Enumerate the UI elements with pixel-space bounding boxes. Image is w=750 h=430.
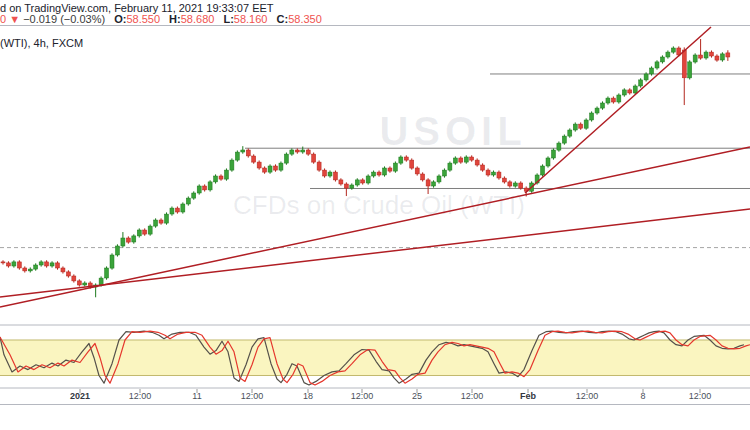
candle-down — [126, 238, 130, 242]
candle-down — [404, 157, 408, 160]
candle-up — [148, 226, 152, 234]
candle-down — [274, 166, 278, 170]
candle-down — [388, 168, 392, 171]
candle-down — [726, 53, 730, 57]
candle-up — [355, 180, 359, 185]
candle-up — [704, 52, 708, 58]
candle-down — [344, 184, 348, 188]
candle-up — [557, 143, 561, 150]
candle-down — [159, 220, 163, 223]
candle-up — [650, 68, 654, 74]
candle-up — [121, 238, 125, 246]
candle-up — [99, 278, 103, 285]
tradingview-snapshot: d on TradingView.com, February 11, 2021 … — [0, 0, 750, 430]
candle-down — [56, 263, 60, 268]
time-axis-label: 12:00 — [678, 391, 722, 401]
chart-canvas[interactable] — [0, 0, 750, 430]
candle-down — [66, 272, 70, 276]
candle-down — [410, 160, 414, 168]
candle-down — [579, 124, 583, 128]
candle-up — [606, 98, 610, 103]
candle-up — [393, 163, 397, 171]
candle-down — [502, 178, 506, 182]
time-axis-label: 25 — [395, 391, 439, 401]
candle-down — [317, 162, 321, 170]
candle-up — [39, 262, 43, 265]
candle-up — [230, 160, 234, 170]
candle-down — [72, 276, 76, 281]
candle-down — [481, 165, 485, 170]
candle-up — [34, 265, 38, 269]
candle-up — [666, 52, 670, 57]
candle-down — [459, 158, 463, 162]
candle-down — [219, 176, 223, 179]
candle-down — [699, 55, 703, 58]
candle-down — [497, 172, 501, 178]
candle-down — [61, 268, 65, 272]
candle-down — [23, 268, 27, 271]
candle-up — [165, 214, 169, 223]
candle-up — [12, 262, 16, 266]
candle-up — [328, 172, 332, 176]
candle-up — [208, 182, 212, 190]
candle-up — [660, 57, 664, 62]
candle-up — [186, 198, 190, 204]
candle-up — [301, 150, 305, 152]
candle-up — [655, 62, 659, 68]
candle-down — [361, 180, 365, 183]
candle-down — [312, 154, 316, 162]
candle-up — [399, 157, 403, 163]
candle-up — [622, 90, 626, 95]
candle-down — [45, 262, 49, 266]
stochastic-band — [0, 340, 750, 376]
candle-down — [508, 182, 512, 186]
candle-down — [263, 168, 267, 172]
candle-up — [110, 255, 114, 268]
time-axis-label: 18 — [286, 391, 330, 401]
candle-down — [143, 230, 147, 234]
candle-up — [590, 113, 594, 120]
candle-up — [720, 54, 724, 60]
candle-up — [224, 170, 228, 179]
candle-down — [257, 162, 261, 168]
candle-up — [28, 269, 32, 271]
candle-down — [715, 56, 719, 60]
candle-up — [115, 246, 119, 255]
candle-up — [154, 220, 158, 226]
candle-down — [77, 281, 81, 285]
candle-down — [252, 156, 256, 162]
candle-up — [197, 186, 201, 193]
candle-down — [377, 172, 381, 175]
candle-up — [453, 158, 457, 163]
candle-down — [323, 170, 327, 176]
shallow-uptrend-trendline[interactable] — [0, 209, 750, 297]
candle-up — [671, 48, 675, 52]
candle-up — [633, 86, 637, 93]
candle-down — [682, 50, 686, 78]
candle-down — [611, 98, 615, 102]
candle-up — [595, 108, 599, 113]
candle-up — [268, 166, 272, 172]
candle-down — [519, 183, 523, 188]
time-axis-label: Feb — [506, 391, 550, 401]
candle-up — [105, 268, 109, 278]
candle-up — [688, 62, 692, 78]
candle-down — [295, 150, 299, 152]
steep-uptrend-trendline[interactable] — [525, 27, 711, 193]
candle-up — [573, 124, 577, 130]
candle-up — [551, 150, 555, 158]
candle-up — [513, 183, 517, 186]
candle-down — [426, 180, 430, 186]
candle-down — [415, 168, 419, 174]
candle-down — [339, 180, 343, 184]
candle-up — [241, 150, 245, 152]
candle-up — [350, 185, 354, 188]
medium-uptrend-trendline[interactable] — [0, 147, 750, 307]
candle-down — [486, 170, 490, 175]
time-axis-label: 12:00 — [450, 391, 494, 401]
time-axis-label: 2021 — [58, 391, 102, 401]
candle-up — [442, 170, 446, 176]
candle-up — [584, 120, 588, 128]
candle-up — [693, 55, 697, 62]
candle-up — [432, 182, 436, 186]
